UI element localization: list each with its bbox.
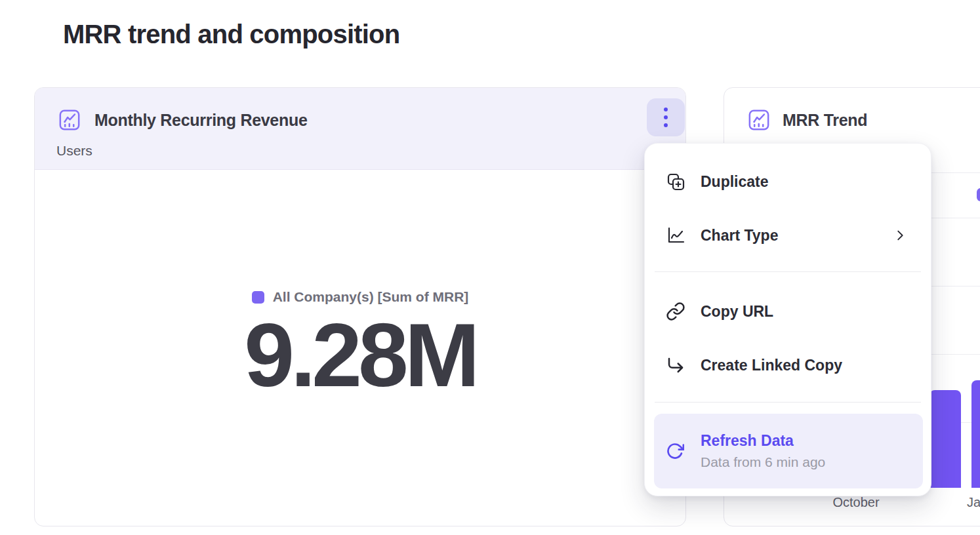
context-menu: Duplicate Chart Type Copy URL Create Lin… [644,143,931,496]
chart-type-icon [666,226,685,245]
menu-item-chart-type[interactable]: Chart Type [666,214,907,256]
card-title: Monthly Recurring Revenue [94,111,308,130]
chart-widget-icon [58,109,81,131]
menu-item-copy-url[interactable]: Copy URL [666,290,907,332]
card-subtitle: Users [56,143,92,159]
kebab-menu-button[interactable] [647,98,685,136]
link-icon [666,302,685,321]
menu-item-label: Create Linked Copy [701,357,842,374]
menu-item-label: Copy URL [701,303,773,321]
legend-swatch [252,291,264,304]
trend-bar-january [971,380,980,488]
legend-chip-cutoff [977,188,980,201]
x-tick-october: October [832,495,879,510]
chart-widget-icon [748,109,770,131]
menu-divider [655,271,921,272]
card-monthly-recurring-revenue: Monthly Recurring Revenue Users All Comp… [34,87,686,526]
refresh-label: Refresh Data [701,432,825,450]
corner-down-right-icon [666,355,685,375]
menu-item-duplicate[interactable]: Duplicate [666,161,907,203]
big-number-value: 9.28M [35,309,685,400]
menu-divider [655,402,921,403]
refresh-sublabel: Data from 6 min ago [701,454,825,470]
refresh-icon [666,442,684,460]
legend-label: All Company(s) [Sum of MRR] [273,289,469,305]
kebab-dot [664,108,668,111]
page-title: MRR trend and composition [63,20,399,49]
kebab-dot [664,115,668,119]
x-tick-january-cutoff: Ja [967,495,980,510]
card-header: Monthly Recurring Revenue Users [35,88,685,170]
card-title: MRR Trend [783,111,867,130]
kebab-dot [664,123,668,127]
chevron-right-icon [893,228,907,243]
menu-item-create-linked-copy[interactable]: Create Linked Copy [666,344,907,386]
trend-bar-december [929,390,961,488]
menu-item-label: Duplicate [701,173,769,191]
menu-item-refresh-data[interactable]: Refresh Data Data from 6 min ago [654,414,923,488]
duplicate-icon [666,172,685,191]
menu-item-label: Chart Type [701,227,778,245]
big-number-legend: All Company(s) [Sum of MRR] [35,289,685,305]
